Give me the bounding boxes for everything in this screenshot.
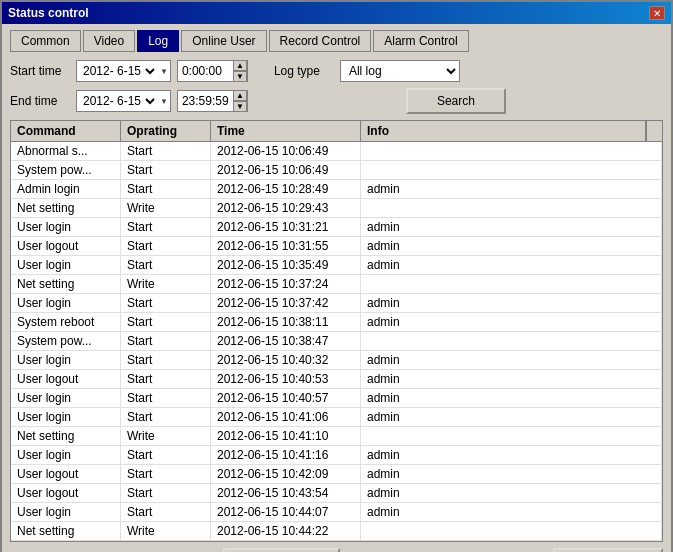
cell-time: 2012-06-15 10:40:53 bbox=[211, 370, 361, 388]
cell-operating: Start bbox=[121, 332, 211, 350]
tab-video[interactable]: Video bbox=[83, 30, 135, 52]
status-control-window: Status control ✕ Common Video Log Online… bbox=[0, 0, 673, 552]
tab-log[interactable]: Log bbox=[137, 30, 179, 52]
end-time-up-btn[interactable]: ▲ bbox=[233, 90, 247, 101]
cell-operating: Start bbox=[121, 446, 211, 464]
title-bar: Status control ✕ bbox=[2, 2, 671, 24]
cell-command: System reboot bbox=[11, 313, 121, 331]
cell-operating: Start bbox=[121, 256, 211, 274]
cell-operating: Start bbox=[121, 503, 211, 521]
table-row[interactable]: User loginStart2012-06-15 10:41:06admin bbox=[11, 408, 662, 427]
tab-common[interactable]: Common bbox=[10, 30, 81, 52]
start-date-select[interactable]: 2012- 6-15 ▼ bbox=[76, 60, 171, 82]
cell-info: admin bbox=[361, 256, 662, 274]
cell-time: 2012-06-15 10:06:49 bbox=[211, 161, 361, 179]
table-row[interactable]: Admin loginStart2012-06-15 10:28:49admin bbox=[11, 180, 662, 199]
start-time-input[interactable]: ▲ ▼ bbox=[177, 60, 248, 82]
table-row[interactable]: User logoutStart2012-06-15 10:42:09admin bbox=[11, 465, 662, 484]
cell-info: admin bbox=[361, 313, 662, 331]
col-info: Info bbox=[361, 121, 646, 141]
table-row[interactable]: System rebootStart2012-06-15 10:38:11adm… bbox=[11, 313, 662, 332]
search-button[interactable]: Search bbox=[406, 88, 506, 114]
end-date-select[interactable]: 2012- 6-15 ▼ bbox=[76, 90, 171, 112]
end-date-arrow-icon: ▼ bbox=[160, 97, 168, 106]
header-scrollbar-placeholder bbox=[646, 121, 662, 141]
cell-info bbox=[361, 522, 662, 540]
cell-info bbox=[361, 142, 662, 160]
table-row[interactable]: User logoutStart2012-06-15 10:40:53admin bbox=[11, 370, 662, 389]
cell-info: admin bbox=[361, 408, 662, 426]
cell-info bbox=[361, 199, 662, 217]
cell-command: System pow... bbox=[11, 332, 121, 350]
tab-alarm-control[interactable]: Alarm Control bbox=[373, 30, 468, 52]
start-time-row: Start time 2012- 6-15 ▼ ▲ ▼ bbox=[10, 60, 506, 82]
start-time-up-btn[interactable]: ▲ bbox=[233, 60, 247, 71]
tab-online-user[interactable]: Online User bbox=[181, 30, 266, 52]
end-time-down-btn[interactable]: ▼ bbox=[233, 101, 247, 112]
cell-time: 2012-06-15 10:42:09 bbox=[211, 465, 361, 483]
download-button[interactable]: Download bbox=[223, 548, 340, 552]
exit-button[interactable]: Exit bbox=[553, 548, 663, 552]
cell-info: admin bbox=[361, 503, 662, 521]
cell-time: 2012-06-15 10:38:47 bbox=[211, 332, 361, 350]
cell-time: 2012-06-15 10:06:49 bbox=[211, 142, 361, 160]
log-type-label: Log type bbox=[274, 64, 334, 78]
table-row[interactable]: User loginStart2012-06-15 10:40:57admin bbox=[11, 389, 662, 408]
start-time-field[interactable] bbox=[178, 62, 233, 80]
table-row[interactable]: User loginStart2012-06-15 10:37:42admin bbox=[11, 294, 662, 313]
cell-info bbox=[361, 275, 662, 293]
cell-operating: Write bbox=[121, 199, 211, 217]
col-time: Time bbox=[211, 121, 361, 141]
end-time-input[interactable]: ▲ ▼ bbox=[177, 90, 248, 112]
cell-command: Net setting bbox=[11, 275, 121, 293]
cell-operating: Start bbox=[121, 370, 211, 388]
cell-command: User login bbox=[11, 256, 121, 274]
footer-row: Download Exit bbox=[10, 548, 663, 552]
tab-record-control[interactable]: Record Control bbox=[269, 30, 372, 52]
col-operating: Oprating bbox=[121, 121, 211, 141]
cell-info bbox=[361, 161, 662, 179]
table-row[interactable]: Net settingWrite2012-06-15 10:29:43 bbox=[11, 199, 662, 218]
end-time-row: End time 2012- 6-15 ▼ ▲ ▼ bbox=[10, 88, 506, 114]
table-row[interactable]: Net settingWrite2012-06-15 10:44:22 bbox=[11, 522, 662, 541]
cell-info: admin bbox=[361, 465, 662, 483]
col-command: Command bbox=[11, 121, 121, 141]
table-row[interactable]: Net settingWrite2012-06-15 10:41:10 bbox=[11, 427, 662, 446]
cell-info bbox=[361, 427, 662, 445]
end-time-spinners: ▲ ▼ bbox=[233, 90, 247, 112]
table-row[interactable]: Abnormal s...Start2012-06-15 10:06:49 bbox=[11, 142, 662, 161]
table-row[interactable]: User logoutStart2012-06-15 10:43:54admin bbox=[11, 484, 662, 503]
table-row[interactable]: Net settingWrite2012-06-15 10:37:24 bbox=[11, 275, 662, 294]
cell-operating: Write bbox=[121, 275, 211, 293]
cell-command: Admin login bbox=[11, 180, 121, 198]
cell-time: 2012-06-15 10:35:49 bbox=[211, 256, 361, 274]
cell-command: User logout bbox=[11, 370, 121, 388]
table-row[interactable]: System pow...Start2012-06-15 10:38:47 bbox=[11, 332, 662, 351]
end-time-field[interactable] bbox=[178, 92, 233, 110]
cell-info: admin bbox=[361, 180, 662, 198]
table-row[interactable]: User loginStart2012-06-15 10:31:21admin bbox=[11, 218, 662, 237]
tab-bar: Common Video Log Online User Record Cont… bbox=[10, 30, 663, 52]
start-time-down-btn[interactable]: ▼ bbox=[233, 71, 247, 82]
start-time-label: Start time bbox=[10, 64, 70, 78]
cell-command: User login bbox=[11, 218, 121, 236]
cell-info: admin bbox=[361, 294, 662, 312]
cell-time: 2012-06-15 10:38:11 bbox=[211, 313, 361, 331]
cell-info: admin bbox=[361, 351, 662, 369]
cell-command: System pow... bbox=[11, 161, 121, 179]
table-row[interactable]: System pow...Start2012-06-15 10:06:49 bbox=[11, 161, 662, 180]
log-type-dropdown[interactable]: All log System log User log Network log bbox=[340, 60, 460, 82]
start-date-dropdown[interactable]: 2012- 6-15 bbox=[79, 63, 158, 79]
table-body[interactable]: Abnormal s...Start2012-06-15 10:06:49Sys… bbox=[11, 142, 662, 541]
table-row[interactable]: User logoutStart2012-06-15 10:31:55admin bbox=[11, 237, 662, 256]
end-date-dropdown[interactable]: 2012- 6-15 bbox=[79, 93, 158, 109]
close-button[interactable]: ✕ bbox=[649, 6, 665, 20]
cell-operating: Write bbox=[121, 427, 211, 445]
cell-operating: Start bbox=[121, 237, 211, 255]
log-table: Command Oprating Time Info Abnormal s...… bbox=[10, 120, 663, 542]
table-row[interactable]: User loginStart2012-06-15 10:44:07admin bbox=[11, 503, 662, 522]
table-row[interactable]: User loginStart2012-06-15 10:41:16admin bbox=[11, 446, 662, 465]
table-row[interactable]: User loginStart2012-06-15 10:40:32admin bbox=[11, 351, 662, 370]
table-row[interactable]: User loginStart2012-06-15 10:35:49admin bbox=[11, 256, 662, 275]
cell-info bbox=[361, 332, 662, 350]
